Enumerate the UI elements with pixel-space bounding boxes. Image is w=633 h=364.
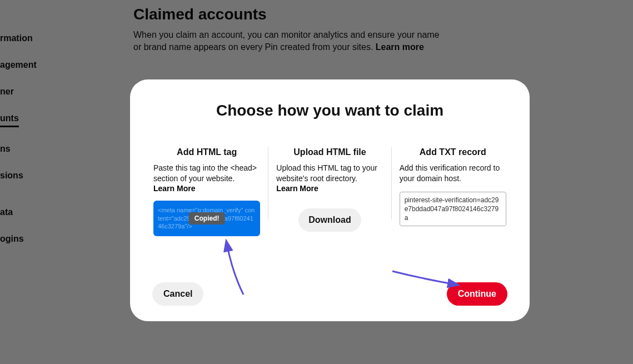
option-html-tag-desc: Paste this tag into the <head> section o…: [153, 163, 260, 184]
txt-record-box[interactable]: pinterest-site-verification=adc29e7bddad…: [400, 192, 506, 227]
option-html-tag[interactable]: Add HTML tag Paste this tag into the <he…: [146, 147, 268, 236]
download-button[interactable]: Download: [298, 208, 361, 232]
copied-tooltip: Copied!: [189, 212, 225, 225]
learn-more-html-tag[interactable]: Learn More: [153, 184, 260, 193]
option-upload-desc: Upload this HTML tag to your website's r…: [276, 163, 383, 184]
cancel-button[interactable]: Cancel: [152, 282, 203, 306]
option-txt-title: Add TXT record: [400, 147, 506, 157]
modal-title: Choose how you want to claim: [146, 102, 514, 119]
option-txt-record[interactable]: Add TXT record Add this verification rec…: [392, 147, 514, 226]
option-html-tag-title: Add HTML tag: [153, 147, 260, 157]
claim-modal: Choose how you want to claim Add HTML ta…: [130, 79, 530, 321]
option-txt-desc: Add this verification record to your dom…: [400, 163, 506, 184]
learn-more-upload[interactable]: Learn More: [276, 184, 383, 193]
continue-button[interactable]: Continue: [447, 282, 507, 306]
option-upload-title: Upload HTML file: [276, 147, 383, 157]
html-tag-code-box[interactable]: <meta name="p:domain_verify" content="ad…: [153, 201, 260, 237]
option-upload-file[interactable]: Upload HTML file Upload this HTML tag to…: [268, 147, 391, 232]
